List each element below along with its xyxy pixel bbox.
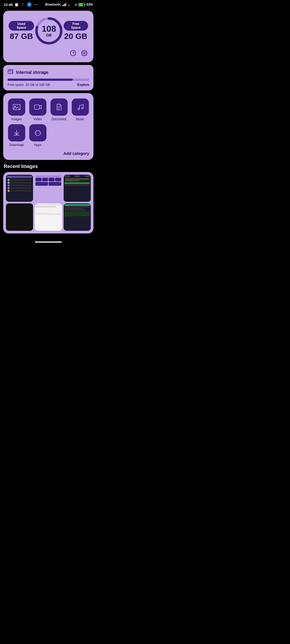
free-space-badge: Free Space — [64, 21, 88, 31]
internal-bar-header: Internal storage — [8, 69, 89, 76]
document-icon-box — [50, 98, 68, 116]
bluetooth-icon: Bluetooth; — [45, 3, 61, 6]
apps-label: Apps — [34, 143, 41, 147]
images-label: Images — [11, 117, 22, 121]
category-video[interactable]: Video — [29, 98, 47, 121]
status-right: Bluetooth; ⚡ 53% — [45, 3, 93, 6]
thumbnail-4[interactable] — [6, 203, 33, 230]
svg-point-8 — [75, 5, 75, 6]
explore-button[interactable]: Explore — [77, 83, 89, 87]
music-icon-box — [72, 98, 89, 116]
images-grid: ImaApp — [6, 175, 91, 231]
nav-bar — [0, 239, 97, 244]
bar-footer: Free space: 20 GB of 108 GB Explore — [8, 83, 89, 87]
category-images[interactable]: Images — [8, 98, 26, 121]
storage-actions: ? — [9, 49, 88, 57]
help-button[interactable]: ? — [69, 49, 77, 57]
svg-rect-2 — [64, 4, 64, 6]
categories-grid-top: Images Video — [8, 98, 89, 121]
signal-icon — [62, 3, 67, 6]
category-document[interactable]: Document — [50, 98, 68, 121]
total-gb-unit: GB — [42, 33, 56, 37]
recent-images-title: Recent Images — [3, 164, 93, 169]
svg-rect-11 — [85, 4, 85, 5]
video-icon-box — [29, 98, 46, 116]
storage-stats: Used Space 87 GB 108 GB Free Space 20 GB — [9, 16, 88, 46]
status-bar: 12:48 ⏰ 🎵 b ··· Bluetooth; ⚡ — [0, 0, 97, 8]
svg-rect-22 — [34, 105, 39, 109]
more-icon: ··· — [33, 2, 37, 7]
battery-icon: ⚡ — [78, 3, 85, 6]
document-label: Document — [52, 117, 66, 121]
storage-icon — [8, 69, 13, 76]
svg-point-27 — [82, 107, 83, 109]
svg-point-28 — [35, 131, 41, 136]
music-label: Music — [76, 117, 84, 121]
app-icon-bing: b — [27, 2, 32, 7]
used-space-block: Used Space 87 GB — [9, 21, 34, 41]
category-apps[interactable]: Apps — [29, 124, 47, 147]
category-music[interactable]: Music — [71, 98, 89, 121]
svg-rect-1 — [63, 5, 64, 6]
free-space-block: Free Space 20 GB — [64, 21, 88, 41]
circle-text: 108 GB — [42, 24, 56, 37]
thumbnail-1[interactable]: ImaApp — [6, 175, 33, 202]
internal-storage-label: Internal storage — [16, 70, 48, 75]
video-label: Video — [34, 117, 42, 121]
free-space-text: Free space: 20 GB of 108 GB — [8, 83, 50, 87]
storage-progress-bg — [8, 79, 89, 81]
internal-storage-card: Internal storage Free space: 20 GB of 10… — [3, 65, 93, 90]
svg-rect-3 — [65, 3, 65, 6]
time-display: 12:48 — [4, 3, 13, 7]
svg-rect-7 — [69, 4, 70, 6]
recent-images-card: ImaApp — [3, 172, 93, 233]
main-content: Used Space 87 GB 108 GB Free Space 20 GB — [0, 8, 97, 239]
add-category-row: Add category — [8, 151, 89, 156]
storage-circle: 108 GB — [34, 16, 63, 46]
svg-text:?: ? — [72, 51, 75, 55]
used-space-value: 87 GB — [9, 32, 34, 41]
download-icon-box — [8, 124, 25, 141]
categories-grid-bottom: Download Apps — [8, 124, 89, 147]
svg-point-29 — [36, 133, 37, 134]
alarm-icon: ⏰ — [14, 2, 19, 7]
svg-rect-4 — [66, 3, 66, 6]
thumbnail-2[interactable] — [35, 175, 62, 202]
total-gb-number: 108 — [42, 24, 56, 33]
apps-icon-box — [29, 124, 46, 141]
free-space-value: 20 GB — [64, 32, 88, 41]
settings-button[interactable] — [81, 49, 88, 57]
category-download[interactable]: Download — [8, 124, 26, 147]
images-icon-box — [8, 98, 25, 116]
storage-progress-fill — [8, 79, 73, 81]
svg-rect-0 — [62, 5, 63, 6]
wifi-icon — [73, 3, 77, 6]
download-label: Download — [9, 143, 24, 147]
svg-rect-5 — [68, 5, 68, 6]
svg-point-30 — [38, 133, 39, 134]
app-icon-tiktok: 🎵 — [20, 2, 25, 7]
add-category-button[interactable]: Add category — [63, 151, 89, 156]
svg-rect-17 — [8, 70, 13, 74]
thumbnail-5[interactable] — [35, 203, 62, 230]
signal2-icon — [68, 3, 72, 6]
status-left: 12:48 ⏰ 🎵 b ··· — [4, 2, 37, 7]
battery-percent: 53% — [86, 3, 93, 6]
svg-text:⚡: ⚡ — [79, 4, 82, 6]
svg-point-18 — [12, 72, 13, 73]
storage-card: Used Space 87 GB 108 GB Free Space 20 GB — [3, 11, 93, 62]
categories-card: Images Video — [3, 93, 93, 160]
svg-point-26 — [78, 108, 79, 110]
thumbnail-3[interactable] — [64, 175, 91, 202]
svg-rect-6 — [68, 5, 69, 6]
nav-pill — [35, 241, 62, 243]
thumbnail-6[interactable] — [64, 203, 91, 230]
used-space-badge: Used Space — [9, 21, 34, 31]
